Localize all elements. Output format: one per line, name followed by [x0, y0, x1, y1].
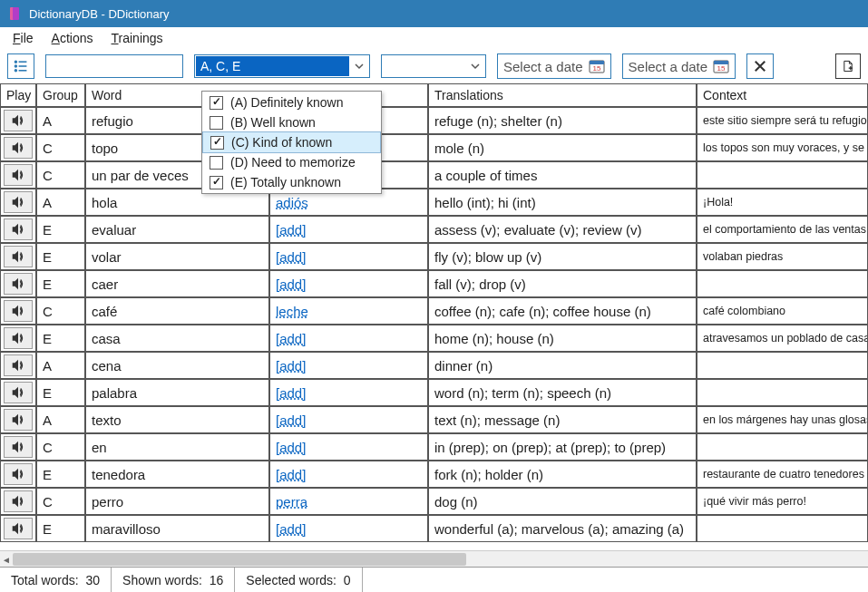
scroll-left-arrow[interactable]: ◄	[0, 551, 13, 567]
group-cell[interactable]: E	[36, 216, 85, 243]
translations-cell[interactable]: assess (v); evaluate (v); review (v)	[428, 216, 697, 243]
context-cell[interactable]	[697, 270, 868, 297]
group-cell[interactable]: C	[36, 134, 85, 161]
antonym-cell[interactable]: [add]	[269, 461, 428, 488]
play-sound-button[interactable]	[4, 354, 33, 376]
checkbox-icon[interactable]	[210, 116, 223, 130]
translations-cell[interactable]: fall (v); drop (v)	[428, 270, 697, 297]
horizontal-scrollbar[interactable]: ◄	[0, 550, 868, 567]
column-header-translations[interactable]: Translations	[428, 83, 697, 107]
context-cell[interactable]: ¡Hola!	[697, 189, 868, 216]
translations-cell[interactable]: word (n); term (n); speech (n)	[428, 379, 697, 406]
group-cell[interactable]: A	[36, 189, 85, 216]
antonym-cell[interactable]: [add]	[269, 433, 428, 461]
group-option[interactable]: (B) Well known	[202, 112, 381, 132]
table-row[interactable]: Atexto[add]text (n); message (n)en los m…	[0, 406, 868, 433]
group-cell[interactable]: C	[36, 433, 85, 461]
translations-cell[interactable]: text (n); message (n)	[428, 406, 697, 433]
translations-cell[interactable]: dinner (n)	[428, 352, 697, 379]
group-cell[interactable]: E	[36, 325, 85, 352]
translations-cell[interactable]: a couple of times	[428, 161, 697, 189]
antonym-cell[interactable]: perra	[269, 488, 428, 515]
word-cell[interactable]: tenedora	[85, 461, 269, 488]
word-cell[interactable]: cena	[85, 352, 269, 379]
table-row[interactable]: Epalabra[add]word (n); term (n); speech …	[0, 379, 868, 406]
add-link[interactable]: [add]	[276, 358, 306, 374]
word-cell[interactable]: café	[85, 297, 269, 325]
play-sound-button[interactable]	[4, 490, 33, 512]
play-sound-button[interactable]	[4, 463, 33, 485]
antonym-cell[interactable]: [add]	[269, 325, 428, 352]
play-sound-button[interactable]	[4, 218, 33, 240]
context-cell[interactable]: en los márgenes hay unas glosas pa	[697, 406, 868, 433]
column-header-play[interactable]: Play	[0, 83, 36, 107]
scroll-thumb[interactable]	[13, 553, 466, 566]
secondary-combo[interactable]	[381, 54, 486, 78]
checkbox-icon[interactable]	[210, 156, 223, 170]
context-cell[interactable]	[697, 161, 868, 189]
table-row[interactable]: Ccafélechecoffee (n); cafe (n); coffee h…	[0, 297, 868, 325]
antonym-link[interactable]: leche	[276, 304, 308, 319]
context-cell[interactable]: volaban piedras	[697, 243, 868, 270]
add-link[interactable]: [add]	[276, 277, 306, 292]
group-filter-combo[interactable]: A, C, E	[194, 54, 370, 78]
add-link[interactable]: [add]	[276, 521, 306, 537]
group-option[interactable]: (C) Kind of known	[202, 131, 381, 153]
group-cell[interactable]: A	[36, 107, 85, 134]
play-sound-button[interactable]	[4, 300, 33, 322]
play-sound-button[interactable]	[4, 327, 33, 349]
translations-cell[interactable]: fork (n); holder (n)	[428, 461, 697, 488]
add-entry-button[interactable]	[835, 53, 861, 79]
translations-cell[interactable]: home (n); house (n)	[428, 325, 697, 352]
group-cell[interactable]: E	[36, 270, 85, 297]
group-cell[interactable]: A	[36, 406, 85, 433]
word-cell[interactable]: texto	[85, 406, 269, 433]
add-link[interactable]: [add]	[276, 440, 306, 455]
antonym-cell[interactable]: [add]	[269, 406, 428, 433]
group-option[interactable]: (E) Totally unknown	[202, 172, 381, 192]
translations-cell[interactable]: in (prep); on (prep); at (prep); to (pre…	[428, 433, 697, 461]
play-sound-button[interactable]	[4, 518, 33, 539]
group-cell[interactable]: C	[36, 297, 85, 325]
table-row[interactable]: Arefugiorefuge (n); shelter (n)este siti…	[0, 107, 868, 134]
translations-cell[interactable]: fly (v); blow up (v)	[428, 243, 697, 270]
word-cell[interactable]: en	[85, 433, 269, 461]
translations-cell[interactable]: coffee (n); cafe (n); coffee house (n)	[428, 297, 697, 325]
context-cell[interactable]: restaurante de cuatro tenedores	[697, 461, 868, 488]
antonym-cell[interactable]: leche	[269, 297, 428, 325]
add-link[interactable]: [add]	[276, 331, 306, 346]
table-row[interactable]: Evolar[add]fly (v); blow up (v)volaban p…	[0, 243, 868, 270]
column-header-group[interactable]: Group	[36, 83, 85, 107]
antonym-cell[interactable]: [add]	[269, 243, 428, 270]
menu-actions[interactable]: Actions	[43, 27, 102, 49]
play-sound-button[interactable]	[4, 382, 33, 403]
group-cell[interactable]: C	[36, 161, 85, 189]
word-cell[interactable]: perro	[85, 488, 269, 515]
column-header-context[interactable]: Context	[697, 83, 868, 107]
antonym-cell[interactable]: [add]	[269, 379, 428, 406]
antonym-cell[interactable]: [add]	[269, 515, 428, 542]
table-row[interactable]: Aholaadióshello (int); hi (int)¡Hola!	[0, 189, 868, 216]
play-sound-button[interactable]	[4, 409, 33, 431]
context-cell[interactable]	[697, 379, 868, 406]
date-from-picker[interactable]: Select a date 15	[497, 53, 611, 79]
menu-file[interactable]: File	[4, 27, 43, 49]
context-cell[interactable]: el comportamiento de las ventas pe	[697, 216, 868, 243]
add-link[interactable]: [add]	[276, 385, 306, 401]
group-cell[interactable]: C	[36, 488, 85, 515]
table-row[interactable]: Cperroperradog (n)¡qué vivir más perro!	[0, 488, 868, 515]
antonym-link[interactable]: adiós	[276, 195, 308, 210]
table-row[interactable]: Ecaer[add]fall (v); drop (v)	[0, 270, 868, 297]
play-sound-button[interactable]	[4, 273, 33, 295]
text-filter-input[interactable]	[45, 54, 183, 78]
word-cell[interactable]: casa	[85, 325, 269, 352]
group-option[interactable]: (D) Need to memorize	[202, 152, 381, 172]
table-row[interactable]: Etenedora[add]fork (n); holder (n)restau…	[0, 461, 868, 488]
add-link[interactable]: [add]	[276, 249, 306, 265]
group-cell[interactable]: E	[36, 515, 85, 542]
add-link[interactable]: [add]	[276, 412, 306, 428]
play-sound-button[interactable]	[4, 436, 33, 458]
play-sound-button[interactable]	[4, 246, 33, 267]
antonym-cell[interactable]: [add]	[269, 270, 428, 297]
checkbox-icon[interactable]	[210, 96, 223, 110]
